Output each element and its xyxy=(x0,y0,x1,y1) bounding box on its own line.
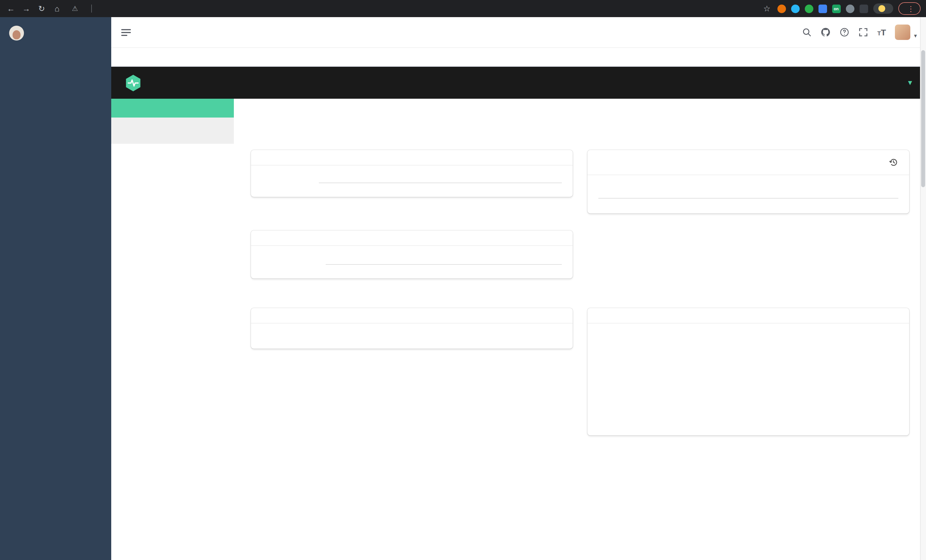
instance-block[interactable] xyxy=(111,99,234,118)
cards-grid xyxy=(251,150,909,435)
browser-home-icon[interactable]: ⌂ xyxy=(52,4,62,13)
github-icon[interactable] xyxy=(821,27,831,37)
threads-area-series xyxy=(620,352,898,421)
locale-select[interactable]: ▼ xyxy=(903,79,914,87)
address-divider xyxy=(91,5,92,12)
extension-icon[interactable] xyxy=(805,4,813,13)
sba-content xyxy=(234,99,926,560)
sba-body xyxy=(111,99,926,560)
paused-badge[interactable] xyxy=(873,3,893,14)
browser-chrome: ← → ↻ ⌂ ⚠ ☆ on ⋮ xyxy=(0,0,926,17)
chart-y-axis xyxy=(598,348,620,422)
metadata-card xyxy=(251,230,573,278)
spring-boot-admin-logo-icon xyxy=(124,73,142,92)
emoji-face-icon xyxy=(878,5,885,12)
chart-plot-area xyxy=(620,352,898,422)
font-size-icon[interactable]: TT xyxy=(877,28,886,36)
extension-icon[interactable] xyxy=(859,4,868,13)
health-card xyxy=(587,150,909,213)
header-actions: TT ▾ xyxy=(802,24,917,40)
extension-icon[interactable] xyxy=(791,4,799,13)
extension-icon[interactable] xyxy=(846,4,854,13)
scrollbar-thumb[interactable] xyxy=(921,50,925,187)
sba-nav: ▼ xyxy=(903,79,914,87)
chevron-down-icon: ▾ xyxy=(914,33,917,40)
threads-card xyxy=(587,308,909,435)
forward-icon[interactable]: → xyxy=(21,4,31,13)
chevron-down-icon: ▼ xyxy=(906,79,914,87)
back-icon[interactable]: ← xyxy=(6,4,16,13)
app-logo xyxy=(0,17,111,49)
fullscreen-icon[interactable] xyxy=(858,27,868,37)
sba-sidebar xyxy=(111,99,234,560)
sba-header: ▼ xyxy=(111,67,926,99)
info-card xyxy=(251,150,573,197)
update-button[interactable]: ⋮ xyxy=(898,2,920,15)
sidebar xyxy=(0,17,111,560)
health-instance-row xyxy=(598,190,898,198)
security-warning-icon: ⚠ xyxy=(72,5,78,12)
main-area: TT ▾ ▼ xyxy=(111,17,926,560)
extension-icon[interactable] xyxy=(818,4,827,13)
bookmark-star-icon[interactable]: ☆ xyxy=(762,4,772,13)
help-icon[interactable] xyxy=(840,27,849,37)
user-avatar[interactable] xyxy=(895,24,911,40)
metadata-value xyxy=(326,256,562,265)
process-table xyxy=(262,334,562,335)
history-icon[interactable] xyxy=(888,157,898,167)
search-icon[interactable] xyxy=(802,27,812,37)
info-value xyxy=(319,176,562,183)
logo-avatar xyxy=(9,26,24,41)
insights-section xyxy=(111,118,234,144)
extension-icon[interactable] xyxy=(777,4,786,13)
app-header: TT ▾ xyxy=(111,17,926,48)
reload-icon[interactable]: ↻ xyxy=(36,4,47,13)
scrollbar-track[interactable] xyxy=(920,17,926,560)
kebab-menu-icon[interactable]: ⋮ xyxy=(907,4,915,13)
insights-section-label xyxy=(111,118,234,143)
extension-icon[interactable]: on xyxy=(832,4,840,13)
threads-chart xyxy=(598,348,898,422)
hamburger-icon[interactable] xyxy=(120,27,132,38)
screen: ← → ↻ ⌂ ⚠ ☆ on ⋮ xyxy=(0,0,926,560)
tab-bar xyxy=(111,48,926,67)
process-card xyxy=(251,308,573,349)
